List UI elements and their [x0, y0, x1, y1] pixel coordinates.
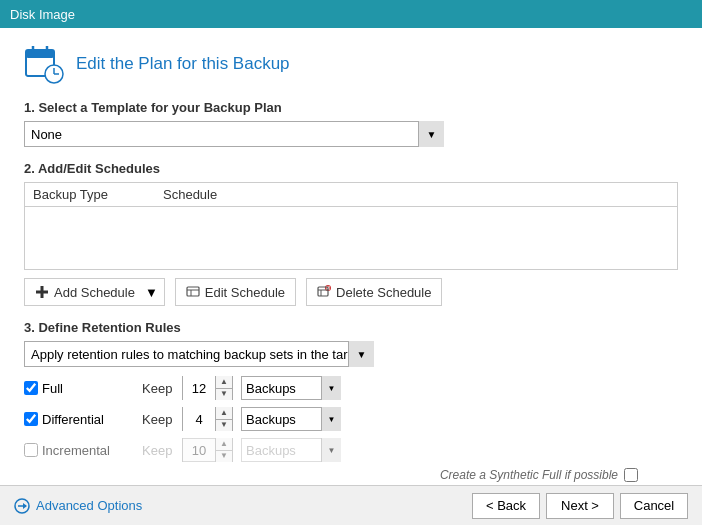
schedule-table: Backup Type Schedule [24, 182, 678, 270]
header-title: Edit the Plan for this Backup [76, 54, 290, 74]
next-button[interactable]: Next > [546, 493, 614, 519]
differential-unit-select[interactable]: Backups [241, 407, 341, 431]
section1-block: 1. Select a Template for your Backup Pla… [24, 100, 678, 147]
section2-label: 2. Add/Edit Schedules [24, 161, 678, 176]
delete-schedule-button[interactable]: Delete Schedule [306, 278, 442, 306]
incremental-checkbox[interactable] [24, 443, 38, 457]
schedule-buttons: Add Schedule ▼ Edit Schedule Delete Sche… [24, 278, 678, 306]
calendar-clock-icon [24, 44, 64, 84]
retention-row-full: Full Keep ▲ ▼ Backups ▼ [24, 375, 678, 401]
title-bar-label: Disk Image [10, 7, 75, 22]
full-spinner-up[interactable]: ▲ [216, 376, 232, 389]
back-button[interactable]: < Back [472, 493, 540, 519]
title-bar: Disk Image [0, 0, 702, 28]
cancel-button[interactable]: Cancel [620, 493, 688, 519]
add-schedule-button[interactable]: Add Schedule [24, 278, 139, 306]
schedule-col-schedule: Schedule [163, 187, 217, 202]
synthetic-checkbox[interactable] [624, 468, 638, 482]
synthetic-label: Create a Synthetic Full if possible [440, 468, 618, 482]
add-schedule-wrapper: Add Schedule ▼ [24, 278, 165, 306]
full-keep-label: Keep [142, 381, 174, 396]
incremental-spinner-down: ▼ [216, 451, 232, 463]
advanced-options-link[interactable]: Advanced Options [36, 498, 142, 513]
differential-unit-wrapper: Backups ▼ [241, 407, 341, 431]
synthetic-row: Create a Synthetic Full if possible [24, 468, 678, 482]
incremental-value-input [183, 438, 215, 462]
schedule-col-type: Backup Type [33, 187, 163, 202]
retention-dropdown-wrapper: Apply retention rules to matching backup… [24, 341, 374, 367]
incremental-unit-wrapper: Backups ▼ [241, 438, 341, 462]
footer-left: Advanced Options [14, 498, 142, 514]
template-select-wrapper: None Daily Weekly Monthly ▼ [24, 121, 444, 147]
differential-spinner-up[interactable]: ▲ [216, 407, 232, 420]
header-section: Edit the Plan for this Backup [24, 44, 678, 84]
retention-row-incremental: Incremental Keep ▲ ▼ Backups ▼ [24, 437, 678, 463]
schedule-table-header: Backup Type Schedule [25, 183, 677, 207]
main-content: Edit the Plan for this Backup 1. Select … [0, 28, 702, 495]
full-unit-select[interactable]: Backups [241, 376, 341, 400]
section2-block: 2. Add/Edit Schedules Backup Type Schedu… [24, 161, 678, 306]
advanced-options-icon [14, 498, 30, 514]
differential-spinner: ▲ ▼ [182, 407, 233, 431]
full-spinner-down[interactable]: ▼ [216, 389, 232, 401]
incremental-keep-label: Keep [142, 443, 174, 458]
incremental-unit-select: Backups [241, 438, 341, 462]
retention-row-differential: Differential Keep ▲ ▼ Backups ▼ [24, 406, 678, 432]
svg-rect-1 [26, 50, 54, 58]
section1-label: 1. Select a Template for your Backup Pla… [24, 100, 678, 115]
svg-marker-20 [23, 503, 27, 509]
edit-schedule-icon [186, 285, 200, 299]
differential-checkbox[interactable] [24, 412, 38, 426]
template-select[interactable]: None Daily Weekly Monthly [24, 121, 444, 147]
edit-schedule-button[interactable]: Edit Schedule [175, 278, 296, 306]
differential-value-input[interactable] [183, 407, 215, 431]
delete-schedule-icon [317, 285, 331, 299]
full-value-input[interactable] [183, 376, 215, 400]
full-checkbox-label: Full [24, 381, 134, 396]
footer-bar: Advanced Options < Back Next > Cancel [0, 485, 702, 525]
incremental-spinner-up: ▲ [216, 438, 232, 451]
full-spinner: ▲ ▼ [182, 376, 233, 400]
incremental-spinner: ▲ ▼ [182, 438, 233, 462]
differential-keep-label: Keep [142, 412, 174, 427]
incremental-checkbox-label: Incremental [24, 443, 134, 458]
differential-spinner-down[interactable]: ▼ [216, 420, 232, 432]
differential-checkbox-label: Differential [24, 412, 134, 427]
section3-label: 3. Define Retention Rules [24, 320, 678, 335]
svg-rect-9 [187, 287, 199, 296]
full-checkbox[interactable] [24, 381, 38, 395]
svg-rect-8 [41, 286, 44, 298]
footer-right: < Back Next > Cancel [472, 493, 688, 519]
full-unit-wrapper: Backups ▼ [241, 376, 341, 400]
retention-dropdown[interactable]: Apply retention rules to matching backup… [24, 341, 374, 367]
section3-block: 3. Define Retention Rules Apply retentio… [24, 320, 678, 482]
add-schedule-icon [35, 285, 49, 299]
add-schedule-dropdown-arrow[interactable]: ▼ [139, 278, 165, 306]
